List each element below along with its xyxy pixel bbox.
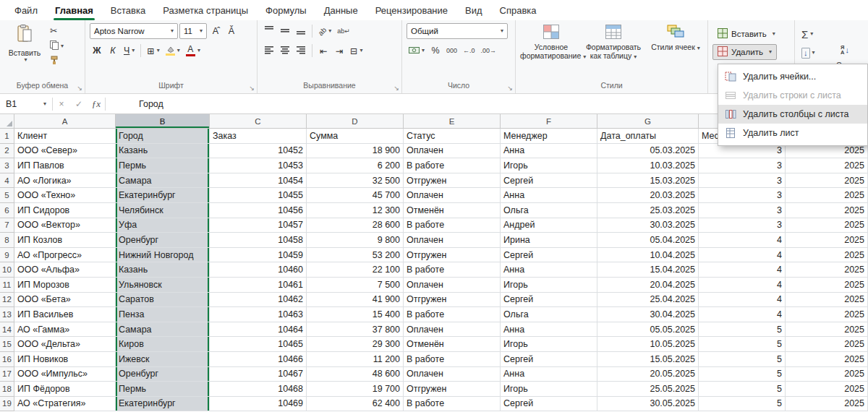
row-header-4[interactable]: 4 — [0, 173, 14, 189]
align-center-button[interactable] — [278, 43, 292, 59]
cell-C15[interactable]: 10465 — [210, 337, 307, 352]
cell-C17[interactable]: 10467 — [210, 367, 307, 382]
cell-A9[interactable]: АО «Прогресс» — [14, 248, 116, 263]
cell-D6[interactable]: 12 300 — [307, 203, 404, 218]
insert-function-icon[interactable]: ƒx — [88, 98, 105, 110]
row-header-13[interactable]: 13 — [0, 307, 14, 322]
cell-G4[interactable]: 15.03.2025 — [597, 173, 699, 189]
conditional-formatting-button[interactable]: Условное форматирование▾ — [520, 23, 582, 60]
formula-input[interactable]: Город — [139, 99, 163, 109]
font-name-select[interactable]: Aptos Narrow ▾ — [90, 23, 178, 39]
name-box[interactable]: B1 ▾ — [0, 94, 52, 113]
cell-A10[interactable]: ООО «Альфа» — [14, 262, 116, 278]
cell-I9[interactable]: 2025 — [786, 248, 868, 263]
cell-G1[interactable]: Дата_оплаты — [597, 129, 699, 144]
percent-style-button[interactable]: % — [428, 43, 443, 59]
menu-item[interactable]: Удалить столбцы с листа — [718, 105, 867, 124]
increase-decimal-button[interactable]: ←.0 — [461, 43, 477, 59]
cell-D14[interactable]: 37 800 — [307, 322, 404, 338]
cell-A7[interactable]: ООО «Вектор» — [14, 218, 116, 233]
row-header-9[interactable]: 9 — [0, 248, 14, 263]
cell-C1[interactable]: Заказ — [210, 129, 307, 144]
cell-G18[interactable]: 25.05.2025 — [597, 382, 699, 397]
cell-I12[interactable]: 2025 — [786, 293, 868, 308]
cell-B4[interactable]: Самара — [116, 173, 210, 189]
cell-F7[interactable]: Андрей — [501, 218, 597, 233]
align-left-button[interactable] — [262, 43, 276, 59]
borders-button[interactable]: ⊞ ▾ — [145, 43, 162, 59]
cell-D13[interactable]: 15 400 — [307, 307, 404, 322]
cell-G15[interactable]: 10.05.2025 — [597, 337, 699, 352]
cell-B11[interactable]: Ульяновск — [116, 278, 210, 293]
comma-style-button[interactable]: 000 — [444, 43, 459, 59]
number-format-select[interactable]: Общий ▾ — [407, 23, 508, 39]
cell-A16[interactable]: ИП Новиков — [14, 352, 116, 367]
font-color-button[interactable]: А ▾ — [184, 43, 203, 59]
row-header-1[interactable]: 1 — [0, 129, 14, 144]
delete-cells-button[interactable]: Удалить ▾ — [712, 44, 777, 60]
cell-E14[interactable]: Оплачен — [404, 322, 501, 338]
cell-G6[interactable]: 25.03.2025 — [597, 203, 699, 218]
cell-E10[interactable]: В работе — [404, 262, 501, 278]
cell-F9[interactable]: Сергей — [501, 248, 597, 263]
paste-button[interactable]: Вставить ▾ — [6, 23, 43, 63]
orientation-button[interactable]: ab ▾ — [316, 23, 333, 39]
cell-G16[interactable]: 15.05.2025 — [597, 352, 699, 367]
cell-G8[interactable]: 05.04.2025 — [597, 233, 699, 248]
row-header-5[interactable]: 5 — [0, 188, 14, 203]
cell-F4[interactable]: Сергей — [501, 173, 597, 189]
cell-F14[interactable]: Анна — [501, 322, 597, 338]
cell-A4[interactable]: АО «Логика» — [14, 173, 116, 189]
cell-I14[interactable]: 2025 — [786, 322, 868, 338]
cell-E1[interactable]: Статус — [404, 129, 501, 144]
merge-center-button[interactable]: ⊟ ▾ — [348, 43, 365, 59]
row-header-11[interactable]: 11 — [0, 278, 14, 293]
decrease-decimal-button[interactable]: .00→ — [479, 43, 499, 59]
menu-item[interactable]: Удалить ячейки... — [718, 67, 867, 86]
cell-H8[interactable]: 4 — [699, 233, 786, 248]
cell-G10[interactable]: 15.04.2025 — [597, 262, 699, 278]
menu-tab[interactable]: Рецензирование — [367, 0, 456, 20]
cell-A18[interactable]: ИП Фёдоров — [14, 382, 116, 397]
cell-D3[interactable]: 6 200 — [307, 158, 404, 173]
cell-H12[interactable]: 4 — [699, 293, 786, 308]
accounting-format-button[interactable]: ▾ — [407, 43, 427, 59]
cell-G13[interactable]: 30.04.2025 — [597, 307, 699, 322]
cell-G9[interactable]: 10.04.2025 — [597, 248, 699, 263]
cell-H4[interactable]: 3 — [699, 173, 786, 189]
wrap-text-button[interactable]: ab↵ — [335, 23, 352, 39]
column-header-A[interactable]: A — [14, 114, 116, 129]
menu-tab[interactable]: Разметка страницы — [154, 0, 257, 20]
column-header-E[interactable]: E — [404, 114, 501, 129]
cell-G14[interactable]: 05.05.2025 — [597, 322, 699, 338]
cell-G17[interactable]: 20.05.2025 — [597, 367, 699, 382]
cell-A8[interactable]: ИП Козлов — [14, 233, 116, 248]
select-all-corner[interactable] — [0, 114, 14, 129]
cell-F16[interactable]: Сергей — [501, 352, 597, 367]
cell-E4[interactable]: Отгружен — [404, 173, 501, 189]
dialog-launcher-icon[interactable]: ↘ — [77, 85, 82, 92]
align-top-button[interactable] — [262, 23, 276, 39]
row-header-10[interactable]: 10 — [0, 262, 14, 278]
column-header-G[interactable]: G — [597, 114, 699, 129]
cell-D16[interactable]: 11 200 — [307, 352, 404, 367]
cell-I19[interactable]: 2025 — [786, 397, 868, 412]
row-header-19[interactable]: 19 — [0, 397, 14, 412]
cell-G11[interactable]: 20.04.2025 — [597, 278, 699, 293]
cell-H10[interactable]: 4 — [699, 262, 786, 278]
cell-A17[interactable]: ООО «Импульс» — [14, 367, 116, 382]
cell-D8[interactable]: 9 800 — [307, 233, 404, 248]
increase-font-button[interactable]: А̂ — [208, 23, 223, 39]
cell-A5[interactable]: ООО «Техно» — [14, 188, 116, 203]
cell-C6[interactable]: 10456 — [210, 203, 307, 218]
cell-I15[interactable]: 2025 — [786, 337, 868, 352]
cell-E7[interactable]: В работе — [404, 218, 501, 233]
cell-A15[interactable]: ООО «Дельта» — [14, 337, 116, 352]
cell-C16[interactable]: 10466 — [210, 352, 307, 367]
decrease-font-button[interactable]: А̌ — [224, 23, 239, 39]
cell-E8[interactable]: Оплачен — [404, 233, 501, 248]
cell-D18[interactable]: 19 700 — [307, 382, 404, 397]
cell-B16[interactable]: Ижевск — [116, 352, 210, 367]
cell-E5[interactable]: Оплачен — [404, 188, 501, 203]
cell-B19[interactable]: Екатеринбург — [116, 397, 210, 412]
